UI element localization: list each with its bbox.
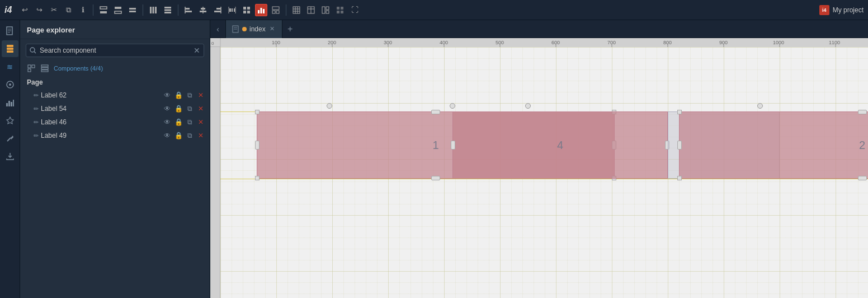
list-item[interactable]: ✏ Label 54 👁 🔒 ⧉ ✕ [20,102,210,115]
table2-button[interactable] [290,4,303,16]
components-count: Components (4/4) [54,65,103,72]
canvas-content[interactable]: 1 4 [220,47,868,298]
delete-button[interactable]: ✕ [196,104,205,113]
sidebar-icon-settings[interactable]: ≋ [2,58,18,75]
sep2 [143,4,143,16]
svg-line-68 [34,52,36,53]
info-button[interactable]: ℹ [77,4,89,16]
redo-button[interactable]: ↪ [33,4,45,16]
chart-button[interactable] [255,4,267,16]
align-right-button[interactable] [211,4,224,16]
svg-rect-29 [247,11,250,13]
table3-button[interactable] [305,4,317,16]
search-input[interactable] [39,44,194,57]
main-area: ≋ Page explorer ✕ [0,20,868,298]
canvas-grid[interactable]: 1 4 [220,47,868,298]
align-left-button[interactable] [182,4,195,16]
sidebar-icon-layers[interactable] [2,40,18,57]
svg-rect-46 [326,11,329,13]
sep3 [178,4,178,16]
canvas-container[interactable]: 0 // This won't run in SVG context, so w… [210,38,868,298]
row-button[interactable] [162,4,174,16]
visibility-button[interactable]: 👁 [163,91,172,100]
item-actions: 👁 🔒 ⧉ ✕ [163,91,205,100]
copy-button[interactable]: ⧉ [185,118,194,127]
lock-button[interactable]: 🔒 [174,131,183,140]
canvas-element-2[interactable]: 2 [679,111,868,179]
sidebar-icon-assets[interactable] [2,76,18,93]
resize-handle-bl[interactable] [255,176,260,180]
svg-rect-10 [164,9,171,11]
resize-handle-left[interactable] [255,141,260,150]
sidebar-icon-data[interactable] [2,94,18,111]
tab-indicator [242,27,247,31]
resize-handle-left[interactable] [677,141,682,150]
cut-button[interactable]: ✂ [48,4,60,16]
align-center-button[interactable] [197,4,209,16]
lock-button[interactable]: 🔒 [174,91,183,100]
visibility-button[interactable]: 👁 [163,104,172,113]
resize-handle-bottom[interactable] [858,176,867,180]
sidebar-icon-effects[interactable] [2,112,18,129]
tab-index[interactable]: index ✕ [226,20,282,38]
list-item[interactable]: ✏ Label 62 👁 🔒 ⧉ ✕ [20,89,210,102]
component-name: Label 54 [41,105,163,113]
copy-button[interactable]: ⧉ [62,4,74,16]
project-info: i4 My project [819,5,864,15]
resize-handle-top[interactable] [858,110,867,114]
svg-rect-57 [7,50,13,53]
merge-button[interactable] [319,4,332,16]
insert-above-button[interactable] [97,4,110,16]
sidebar-icon-tools[interactable] [2,130,18,147]
col-button[interactable] [147,4,159,16]
tab-add-button[interactable]: + [282,20,298,38]
svg-rect-31 [261,8,262,13]
component-list-button[interactable] [39,63,50,74]
tab-bar: ‹ index ✕ + [210,20,868,38]
svg-point-60 [9,83,11,86]
lock-button[interactable]: 🔒 [174,118,183,127]
edit-icon: ✏ [34,132,39,139]
page-section-label: Page [20,76,210,89]
svg-rect-3 [115,11,121,13]
tab-close-button[interactable]: ✕ [268,25,276,33]
search-clear-button[interactable]: ✕ [194,46,200,55]
copy-button[interactable]: ⧉ [185,91,194,100]
undo-button[interactable]: ↩ [18,4,31,16]
copy-button[interactable]: ⧉ [185,104,194,113]
sidebar-icon-pages[interactable] [2,22,18,39]
svg-rect-55 [7,45,13,47]
resize-handle-top[interactable] [431,110,440,114]
split-button[interactable] [334,4,346,16]
svg-rect-12 [185,8,190,10]
sidebar-icon-export[interactable] [2,148,18,165]
layout-button[interactable] [270,4,282,16]
svg-rect-19 [214,11,221,12]
copy-button[interactable]: ⧉ [185,131,194,140]
list-item[interactable]: ✏ Label 49 👁 🔒 ⧉ ✕ [20,129,210,142]
resize-handle-tl[interactable] [677,110,682,114]
delete-button[interactable]: ✕ [196,118,205,127]
collapse-all-button[interactable] [26,63,37,74]
visibility-button[interactable]: 👁 [163,131,172,140]
visibility-button[interactable]: 👁 [163,118,172,127]
lock-button[interactable]: 🔒 [174,104,183,113]
fullscreen-button[interactable]: ⛶ [348,4,361,16]
resize-handle-left[interactable] [451,141,455,150]
insert-row-button[interactable] [126,4,139,16]
item-actions: 👁 🔒 ⧉ ✕ [163,104,205,113]
item-actions: 👁 🔒 ⧉ ✕ [163,118,205,127]
tab-nav-left[interactable]: ‹ [210,20,226,38]
delete-button[interactable]: ✕ [196,131,205,140]
delete-button[interactable]: ✕ [196,91,205,100]
grid-arrange-button[interactable] [240,4,253,16]
resize-handle-bottom[interactable] [431,176,440,180]
resize-handle-bl[interactable] [677,176,682,180]
svg-rect-45 [326,7,329,10]
insert-below-button[interactable] [112,4,124,16]
canvas-element-4[interactable]: 4 [452,111,668,179]
distribute-h-button[interactable] [226,4,238,16]
list-item[interactable]: ✏ Label 46 👁 🔒 ⧉ ✕ [20,115,210,129]
resize-handle-tl[interactable] [255,110,260,114]
svg-rect-1 [100,11,107,13]
